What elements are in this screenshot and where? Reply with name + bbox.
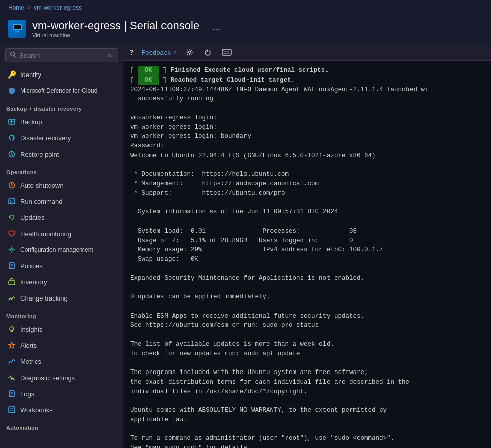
search-box[interactable]: «	[5, 48, 118, 62]
backup-icon	[7, 117, 16, 126]
collapse-button[interactable]: «	[106, 51, 114, 59]
sidebar-item-label: Insights	[20, 326, 43, 333]
defender-icon	[7, 86, 16, 95]
sidebar-item-policies[interactable]: Policies	[0, 258, 123, 274]
sidebar-item-diagnostic-settings[interactable]: Diagnostic settings	[0, 369, 123, 386]
power-button[interactable]	[203, 47, 213, 57]
sidebar-item-auto-shutdown[interactable]: Auto-shutdown	[0, 177, 123, 193]
sidebar-item-label: Alerts	[20, 342, 37, 349]
sidebar-item-label: Health monitoring	[20, 230, 71, 238]
sidebar-item-label: Updates	[20, 214, 44, 221]
sidebar-item-workbooks[interactable]: Workbooks	[0, 402, 123, 418]
feedback-label: Feedback	[142, 49, 171, 56]
page-subtitle: Virtual machine	[32, 32, 199, 38]
main-layout: « 🔑 Identity Microsoft Defender for Clou…	[0, 44, 491, 448]
sidebar-item-label: Run command	[20, 198, 63, 205]
page-header: vm-worker-egress | Serial console Virtua…	[0, 15, 491, 44]
restore-point-icon	[7, 150, 16, 159]
section-monitoring-header: Monitoring	[0, 308, 123, 321]
sidebar-item-label: Policies	[20, 262, 43, 270]
sidebar-item-alerts[interactable]: Alerts	[0, 337, 123, 353]
svg-rect-12	[9, 281, 15, 285]
alerts-icon	[7, 341, 16, 350]
sidebar-item-config-mgmt[interactable]: Configuration management	[0, 242, 123, 258]
svg-rect-15	[9, 407, 15, 413]
sidebar-item-metrics[interactable]: Metrics	[0, 353, 123, 369]
sidebar-item-label: Metrics	[20, 358, 41, 365]
breadcrumb-current[interactable]: vm-worker-egress	[34, 4, 82, 11]
external-link-icon: ↗	[173, 50, 177, 55]
metrics-icon	[7, 357, 16, 366]
sidebar-item-label: Backup	[20, 118, 42, 126]
sidebar-item-label: Restore point	[20, 151, 59, 158]
disaster-recovery-icon	[7, 133, 16, 142]
section-backup-header: Backup + disaster recovery	[0, 101, 123, 114]
section-operations-header: Operations	[0, 164, 123, 177]
sidebar-item-updates[interactable]: Updates	[0, 209, 123, 226]
logs-icon	[7, 389, 16, 398]
sidebar-item-label: Inventory	[20, 278, 47, 286]
search-icon	[10, 51, 16, 59]
updates-icon	[7, 213, 16, 222]
svg-point-4	[11, 52, 15, 56]
search-input[interactable]	[19, 52, 103, 59]
breadcrumb-separator: >	[27, 4, 31, 11]
sidebar-item-label: Identity	[20, 71, 41, 79]
sidebar-item-identity[interactable]: 🔑 Identity	[0, 66, 123, 83]
sidebar-item-label: Logs	[20, 390, 34, 398]
sidebar-item-health-monitoring[interactable]: Health monitoring	[0, 226, 123, 242]
change-tracking-icon	[7, 293, 16, 303]
policies-icon	[7, 261, 16, 270]
workbooks-icon	[7, 405, 16, 414]
sidebar-item-restore-point[interactable]: Restore point	[0, 146, 123, 162]
sidebar-item-defender[interactable]: Microsoft Defender for Cloud	[0, 83, 123, 99]
inventory-icon	[7, 277, 16, 286]
svg-point-16	[188, 51, 190, 53]
sidebar-item-inventory[interactable]: Inventory	[0, 274, 123, 290]
breadcrumb-home[interactable]: Home	[8, 4, 24, 11]
page-title-section: vm-worker-egress | Serial console Virtua…	[32, 19, 199, 38]
vm-icon	[12, 22, 23, 36]
insights-icon	[7, 325, 16, 334]
diagnostic-settings-icon	[7, 373, 16, 382]
sidebar-item-label: Microsoft Defender for Cloud	[20, 87, 97, 94]
sidebar-item-logs[interactable]: Logs	[0, 386, 123, 402]
sidebar-item-label: Diagnostic settings	[20, 374, 75, 382]
settings-button[interactable]	[185, 47, 195, 57]
content-area: ? Feedback ↗	[123, 44, 491, 448]
svg-rect-2	[15, 31, 19, 32]
terminal[interactable]: [ OK ] Finished Execute cloud user/final…	[123, 61, 491, 448]
svg-rect-3	[14, 32, 20, 33]
sidebar-item-label: Change tracking	[20, 294, 68, 302]
svg-rect-17	[222, 49, 231, 55]
sidebar-item-disaster-recovery[interactable]: Disaster recovery	[0, 130, 123, 146]
breadcrumb: Home > vm-worker-egress	[0, 0, 491, 15]
section-automation-header: Automation	[0, 420, 123, 433]
page-title: vm-worker-egress | Serial console	[32, 19, 199, 32]
svg-line-5	[14, 56, 16, 57]
svg-point-13	[10, 327, 14, 331]
sidebar-item-run-command[interactable]: Run command	[0, 193, 123, 209]
help-button[interactable]: ?	[129, 48, 134, 56]
sidebar-item-insights[interactable]: Insights	[0, 321, 123, 337]
auto-shutdown-icon	[7, 181, 16, 190]
sidebar-item-label: Disaster recovery	[20, 134, 71, 142]
sidebar-item-change-tracking[interactable]: Change tracking	[0, 290, 123, 306]
vm-icon-wrapper	[8, 20, 26, 38]
console-toolbar: ? Feedback ↗	[123, 44, 491, 61]
sidebar-item-backup[interactable]: Backup	[0, 114, 123, 130]
health-monitoring-icon	[7, 229, 16, 238]
feedback-link[interactable]: Feedback ↗	[142, 49, 177, 56]
ellipsis-button[interactable]: ···	[209, 23, 223, 35]
keyboard-button[interactable]	[221, 48, 233, 57]
identity-icon: 🔑	[7, 70, 16, 79]
sidebar-item-label: Workbooks	[20, 406, 53, 414]
sidebar-item-label: Configuration management	[20, 246, 93, 253]
sidebar-item-label: Auto-shutdown	[20, 182, 64, 189]
config-mgmt-icon	[7, 245, 16, 254]
run-command-icon	[7, 197, 16, 206]
svg-rect-1	[14, 25, 21, 29]
svg-point-10	[11, 249, 13, 251]
sidebar: « 🔑 Identity Microsoft Defender for Clou…	[0, 44, 123, 448]
